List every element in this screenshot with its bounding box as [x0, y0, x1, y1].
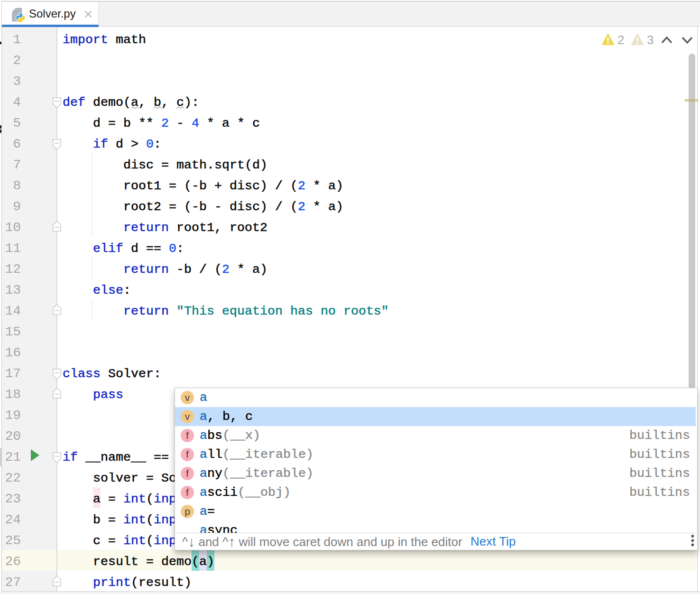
svg-text:2: 2 [617, 34, 624, 46]
svg-text:3: 3 [647, 34, 654, 46]
